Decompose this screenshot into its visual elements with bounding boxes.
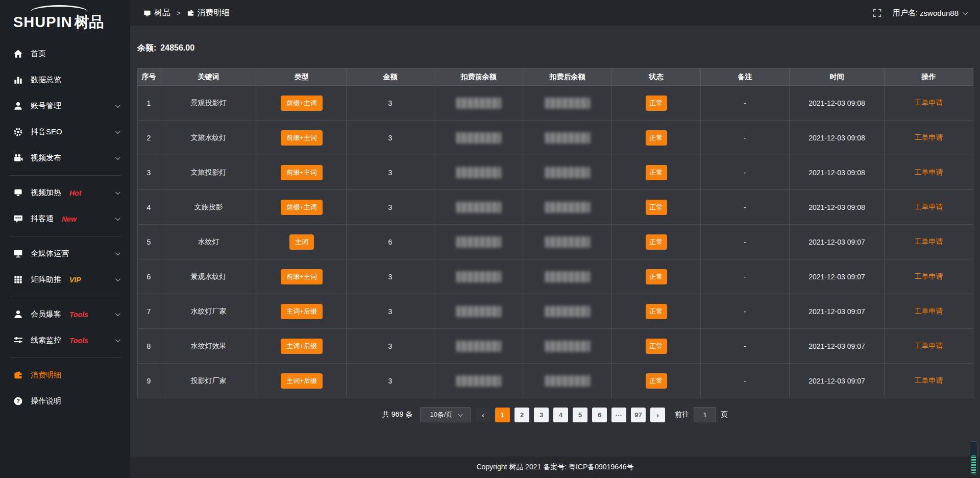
cell-action: 工单申请 bbox=[885, 259, 973, 294]
page-button-3[interactable]: 3 bbox=[534, 408, 549, 422]
page-button-2[interactable]: 2 bbox=[514, 408, 529, 422]
type-badge: 主词 bbox=[289, 234, 314, 250]
cell-note: - bbox=[701, 190, 790, 225]
page-button-4[interactable]: 4 bbox=[553, 408, 568, 422]
cell-note: - bbox=[701, 225, 790, 259]
status-badge: 正常 bbox=[646, 200, 667, 215]
new-badge: New bbox=[62, 215, 77, 223]
tools-badge: Tools bbox=[69, 337, 88, 345]
sidebar-item-data-overview[interactable]: 数据总览 bbox=[0, 67, 130, 93]
balance-label: 余额: bbox=[137, 43, 156, 52]
cell-time: 2021-12-03 09:08 bbox=[790, 121, 885, 155]
col-balance-before: 扣费前余额 bbox=[434, 68, 523, 86]
more-pages-button[interactable]: ··· bbox=[611, 408, 626, 422]
cell-balance-before bbox=[434, 225, 523, 259]
cell-type: 前缀+主词 bbox=[257, 121, 347, 155]
sidebar-item-video-publish[interactable]: 视频发布 bbox=[0, 145, 130, 171]
work-order-link[interactable]: 工单申请 bbox=[915, 168, 943, 176]
cell-type: 主词 bbox=[257, 225, 347, 259]
sidebar-item-consumption-detail[interactable]: 消费明细 bbox=[0, 362, 130, 388]
page-button-5[interactable]: 5 bbox=[573, 408, 587, 422]
sidebar-item-clue-monitor[interactable]: 线索监控 Tools bbox=[0, 327, 130, 353]
sidebar-item-video-heat[interactable]: 视频加热 Hot bbox=[0, 180, 130, 206]
cell-note: - bbox=[701, 155, 790, 190]
cell-time: 2021-12-03 09:08 bbox=[790, 86, 885, 121]
work-order-link[interactable]: 工单申请 bbox=[915, 237, 943, 246]
cell-amount: 3 bbox=[347, 121, 434, 155]
col-time: 时间 bbox=[790, 68, 885, 86]
sidebar-item-label: 抖音SEO bbox=[31, 127, 62, 137]
col-note: 备注 bbox=[701, 68, 790, 86]
cell-note: - bbox=[701, 329, 790, 364]
redacted-value bbox=[545, 167, 590, 178]
page-button-1[interactable]: 1 bbox=[495, 408, 510, 422]
cell-action: 工单申请 bbox=[885, 86, 973, 121]
col-status: 状态 bbox=[612, 68, 701, 86]
sidebar-item-home[interactable]: 首页 bbox=[0, 41, 130, 67]
sidebar-item-account-mgmt[interactable]: 账号管理 bbox=[0, 93, 130, 119]
sidebar-item-label: 会员爆客 bbox=[31, 309, 61, 319]
table-row: 1 景观投影灯 前缀+主词 3 正常 - 2021-12-03 09:08 工单… bbox=[138, 86, 973, 121]
balance-display: 余额:24856.00 bbox=[130, 26, 980, 68]
breadcrumb-home[interactable]: 树品 bbox=[154, 8, 170, 18]
hot-badge: Hot bbox=[69, 189, 81, 197]
sidebar-item-media-operation[interactable]: 全媒体运营 bbox=[0, 241, 130, 267]
cell-status: 正常 bbox=[612, 190, 701, 225]
cell-time: 2021-12-03 09:07 bbox=[790, 225, 885, 259]
goto-page-input[interactable] bbox=[694, 407, 716, 422]
breadcrumb-separator: > bbox=[177, 9, 181, 17]
cell-note: - bbox=[701, 121, 790, 155]
page-button-6[interactable]: 6 bbox=[592, 408, 607, 422]
cell-balance-before bbox=[434, 259, 523, 294]
work-order-link[interactable]: 工单申请 bbox=[915, 99, 943, 107]
work-order-link[interactable]: 工单申请 bbox=[915, 133, 943, 141]
cell-keyword: 水纹灯厂家 bbox=[160, 294, 257, 329]
user-icon bbox=[13, 309, 23, 319]
username-value: zswodun88 bbox=[920, 9, 959, 17]
chevron-down-icon bbox=[115, 311, 120, 316]
cell-balance-after bbox=[523, 294, 612, 329]
fullscreen-icon[interactable] bbox=[873, 9, 881, 17]
type-badge: 前缀+主词 bbox=[281, 269, 323, 284]
cell-keyword: 文旅投影灯 bbox=[160, 155, 257, 190]
type-badge: 主词+后缀 bbox=[281, 339, 323, 354]
cell-index: 2 bbox=[138, 121, 160, 155]
sidebar-item-instructions[interactable]: ? 操作说明 bbox=[0, 388, 130, 414]
page-button-97[interactable]: 97 bbox=[631, 408, 646, 422]
sidebar-item-douyin-seo[interactable]: 抖音SEO bbox=[0, 119, 130, 145]
cell-time: 2021-12-03 09:07 bbox=[790, 259, 885, 294]
work-order-link[interactable]: 工单申请 bbox=[915, 203, 943, 211]
status-badge: 正常 bbox=[646, 304, 667, 319]
next-page-button[interactable]: › bbox=[650, 408, 665, 422]
cell-index: 5 bbox=[138, 225, 160, 259]
wallet-icon bbox=[187, 9, 194, 17]
app-logo: SHUPIN树品 bbox=[0, 0, 130, 36]
user-menu[interactable]: 用户名: zswodun88 bbox=[893, 8, 967, 18]
sidebar-item-member-baoke[interactable]: 会员爆客 Tools bbox=[0, 301, 130, 327]
prev-page-button[interactable]: ‹ bbox=[476, 408, 491, 422]
redacted-value bbox=[456, 98, 501, 109]
sidebar-item-douketong[interactable]: 抖客通 New bbox=[0, 206, 130, 232]
cell-action: 工单申请 bbox=[885, 155, 973, 190]
work-order-link[interactable]: 工单申请 bbox=[915, 307, 943, 315]
redacted-value bbox=[545, 132, 590, 144]
sidebar-item-matrix-boost[interactable]: 矩阵助推 VIP bbox=[0, 267, 130, 293]
screen-icon bbox=[143, 9, 151, 17]
work-order-link[interactable]: 工单申请 bbox=[915, 272, 943, 280]
cell-action: 工单申请 bbox=[885, 190, 973, 225]
work-order-link[interactable]: 工单申请 bbox=[915, 376, 943, 385]
cell-index: 7 bbox=[138, 294, 160, 329]
sidebar-item-label: 数据总览 bbox=[31, 75, 61, 85]
col-balance-after: 扣费后余额 bbox=[523, 68, 612, 86]
cell-action: 工单申请 bbox=[885, 121, 973, 155]
cell-status: 正常 bbox=[612, 364, 701, 398]
consumption-table: 序号 关键词 类型 金额 扣费前余额 扣费后余额 状态 备注 时间 操作 1 景… bbox=[137, 68, 973, 398]
work-order-link[interactable]: 工单申请 bbox=[915, 342, 943, 350]
page-size-select[interactable]: 10条/页 bbox=[420, 407, 471, 422]
status-badge: 正常 bbox=[646, 269, 667, 284]
screen-icon bbox=[13, 188, 23, 198]
logo-arc-decoration bbox=[31, 5, 88, 12]
cell-keyword: 投影灯厂家 bbox=[160, 364, 257, 398]
type-badge: 前缀+主词 bbox=[281, 165, 323, 180]
table-row: 9 投影灯厂家 主词+后缀 3 正常 - 2021-12-03 09:07 工单… bbox=[138, 364, 973, 398]
